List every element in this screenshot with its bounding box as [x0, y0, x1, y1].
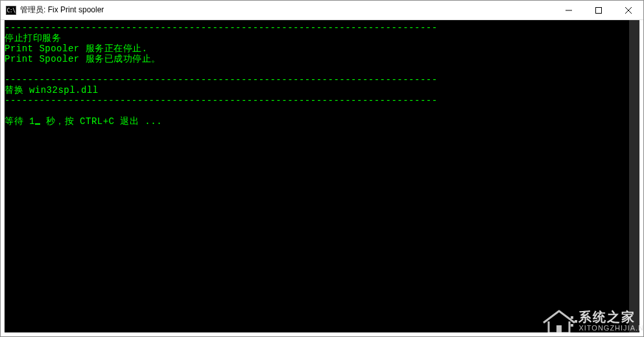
console-window: C:\ 管理员: Fix Print spooler -------------…: [0, 0, 644, 337]
window-title: 管理员: Fix Print spooler: [20, 5, 104, 16]
console-divider: ----------------------------------------…: [5, 95, 438, 106]
console-line: 停止打印服务: [5, 33, 61, 44]
scrollbar-thumb[interactable]: [629, 20, 639, 332]
minimize-icon: [566, 7, 572, 14]
console-line: Print Spooler 服务正在停止.: [5, 44, 148, 54]
cmd-icon: C:\: [6, 6, 16, 15]
titlebar[interactable]: C:\ 管理员: Fix Print spooler: [1, 1, 643, 20]
close-icon: [625, 7, 632, 14]
close-button[interactable]: [614, 1, 643, 19]
console-wait-suffix: 秒，按 CTRL+C 退出 ...: [40, 116, 162, 127]
console-divider: ----------------------------------------…: [5, 23, 438, 33]
console-line: 替换 win32spl.dll: [5, 85, 99, 95]
console-area[interactable]: ----------------------------------------…: [5, 20, 639, 332]
console-wait-prefix: 等待 1: [5, 116, 35, 127]
maximize-button[interactable]: [584, 1, 614, 19]
titlebar-controls: [554, 1, 643, 19]
console-divider: ----------------------------------------…: [5, 75, 438, 85]
minimize-button[interactable]: [554, 1, 584, 19]
console-output: ----------------------------------------…: [5, 20, 639, 127]
svg-rect-1: [596, 7, 602, 13]
console-line: Print Spooler 服务已成功停止。: [5, 54, 161, 64]
scrollbar-vertical[interactable]: [629, 20, 639, 332]
cursor: [35, 123, 40, 125]
maximize-icon: [595, 7, 602, 14]
titlebar-left: C:\ 管理员: Fix Print spooler: [1, 5, 104, 16]
